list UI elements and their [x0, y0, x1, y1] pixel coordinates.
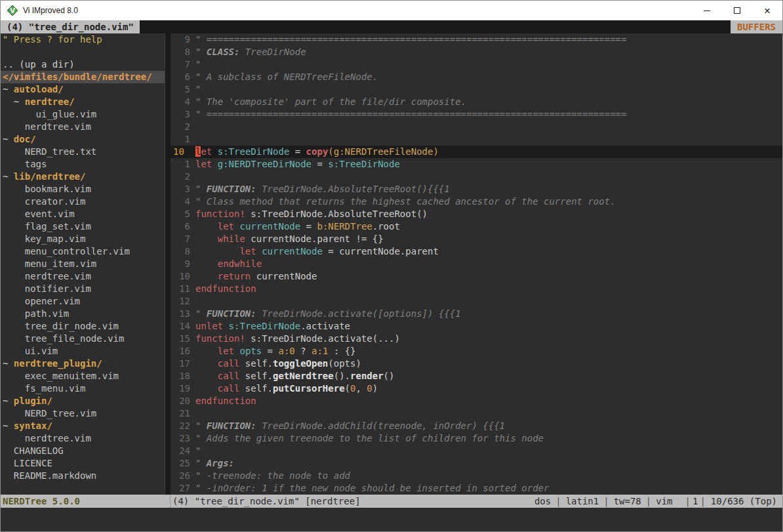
code-line[interactable]: 17 call self.toggleOpen(opts): [171, 358, 782, 370]
code-line[interactable]: 23" Adds the given treenode to the list …: [171, 432, 782, 445]
nerdtree-item[interactable]: bookmark.vim: [1, 183, 165, 195]
close-button[interactable]: ×: [752, 1, 782, 20]
nerdtree-item[interactable]: notifier.vim: [1, 283, 165, 295]
line-number: 5: [171, 83, 190, 96]
line-number: 18: [171, 370, 190, 382]
line-number: 2: [171, 121, 190, 133]
nerdtree-item[interactable]: CHANGELOG: [1, 445, 165, 457]
code-line[interactable]: 25" Args:: [171, 457, 782, 470]
line-number: 2: [171, 171, 190, 183]
nerdtree-item[interactable]: " Press ? for help: [1, 33, 165, 46]
code-line[interactable]: 1: [171, 133, 782, 146]
nerdtree-root[interactable]: </vimfiles/bundle/nerdtree/: [1, 71, 165, 83]
nerdtree-item[interactable]: NERD_tree.vim: [1, 407, 165, 420]
nerdtree-item[interactable]: README.markdown: [1, 470, 165, 482]
nerdtree-item[interactable]: ui_glue.vim: [1, 108, 165, 121]
command-line[interactable]: [1, 508, 782, 531]
nerdtree-item[interactable]: LICENCE: [1, 457, 165, 470]
nerdtree-item[interactable]: NERD_tree.txt: [1, 146, 165, 158]
code-line[interactable]: 8" CLASS: TreeDirNode: [171, 46, 782, 58]
maximize-icon: [734, 7, 740, 14]
nerdtree-item[interactable]: menu_item.vim: [1, 258, 165, 270]
code-line[interactable]: 16 let opts = a:0 ? a:1 : {}: [171, 345, 782, 358]
statusline-separator: |: [555, 495, 561, 508]
code-line[interactable]: 13" FUNCTION: TreeDirNode.activate([opti…: [171, 308, 782, 320]
line-number: 24: [171, 445, 190, 457]
line-number: 12: [171, 295, 190, 308]
nerdtree-item[interactable]: exec_menuitem.vim: [1, 370, 165, 382]
code-line[interactable]: 4" The 'composite' part of the file/dir …: [171, 96, 782, 108]
tabline: (4) "tree_dir_node.vim" BUFFERS: [1, 20, 782, 33]
line-number: 19: [171, 382, 190, 395]
line-number: 25: [171, 457, 190, 470]
nerdtree-item[interactable]: menu_controller.vim: [1, 245, 165, 258]
nerdtree-item[interactable]: tags: [1, 158, 165, 171]
code-line[interactable]: 6" A subclass of NERDTreeFileNode.: [171, 71, 782, 83]
nerdtree-item[interactable]: key_map.vim: [1, 233, 165, 245]
code-line[interactable]: 2: [171, 171, 782, 183]
code-line[interactable]: 10let s:TreeDirNode = copy(g:NERDTreeFil…: [171, 146, 782, 158]
code-line[interactable]: 1let g:NERDTreeDirNode = s:TreeDirNode: [171, 158, 782, 171]
code-line[interactable]: 7 while currentNode.parent != {}: [171, 233, 782, 245]
code-line[interactable]: 4" Class method that returns the highest…: [171, 195, 782, 208]
nerdtree-item[interactable]: fs_menu.vim: [1, 382, 165, 395]
nerdtree-item[interactable]: ~ nerdtree_plugin/: [1, 358, 165, 370]
nerdtree-panel[interactable]: " Press ? for help.. (up a dir)</vimfile…: [1, 33, 165, 495]
minimize-icon: [704, 10, 710, 11]
maximize-button[interactable]: [722, 1, 752, 20]
code-line[interactable]: 2: [171, 121, 782, 133]
editor-panel[interactable]: 9" =====================================…: [171, 33, 782, 495]
minimize-button[interactable]: [692, 1, 722, 20]
code-line[interactable]: 15function! s:TreeDirNode.activate(...): [171, 333, 782, 345]
nerdtree-item[interactable]: ~ lib/nerdtree/: [1, 171, 165, 183]
nerdtree-item[interactable]: .. (up a dir): [1, 58, 165, 71]
code-line[interactable]: 24": [171, 445, 782, 457]
code-line[interactable]: 9" =====================================…: [171, 33, 782, 46]
nerdtree-item[interactable]: ~ plugin/: [1, 395, 165, 407]
nerdtree-item[interactable]: event.vim: [1, 208, 165, 220]
nerdtree-item[interactable]: nerdtree.vim: [1, 121, 165, 133]
line-number: 9: [171, 258, 190, 270]
code-line[interactable]: 14unlet s:TreeDirNode.activate: [171, 320, 782, 333]
nerdtree-item[interactable]: tree_dir_node.vim: [1, 320, 165, 333]
nerdtree-item[interactable]: nerdtree.vim: [1, 432, 165, 445]
code-line[interactable]: 9 endwhile: [171, 258, 782, 270]
code-line[interactable]: 3" FUNCTION: TreeDirNode.AbsoluteTreeRoo…: [171, 183, 782, 195]
nerdtree-item[interactable]: opener.vim: [1, 295, 165, 308]
nerdtree-item[interactable]: creator.vim: [1, 195, 165, 208]
line-number: 22: [171, 420, 190, 432]
window-split-handle[interactable]: [165, 33, 171, 495]
code-line[interactable]: 19 call self.putCursorHere(0, 0): [171, 382, 782, 395]
code-line[interactable]: 12: [171, 295, 782, 308]
line-number: 8: [171, 245, 190, 258]
code-line[interactable]: 6 let currentNode = b:NERDTree.root: [171, 220, 782, 233]
nerdtree-item[interactable]: [1, 46, 165, 58]
statusline-right: dos | latin1 | tw=78 | vim | 1 | 10/636 …: [534, 495, 782, 508]
nerdtree-item[interactable]: ui.vim: [1, 345, 165, 358]
code-line[interactable]: 11endfunction: [171, 283, 782, 295]
nerdtree-item[interactable]: ~ syntax/: [1, 420, 165, 432]
nerdtree-item[interactable]: nerdtree.vim: [1, 270, 165, 283]
code-line[interactable]: 3" =====================================…: [171, 108, 782, 121]
nerdtree-item[interactable]: ~ doc/: [1, 133, 165, 146]
tabline-fill: [140, 20, 731, 33]
code-line[interactable]: 22" FUNCTION: TreeDirNode.addChild(treen…: [171, 420, 782, 432]
code-line[interactable]: 8 let currentNode = currentNode.parent: [171, 245, 782, 258]
nerdtree-item[interactable]: path.vim: [1, 308, 165, 320]
code-line[interactable]: 10 return currentNode: [171, 270, 782, 283]
tab-active-buffer[interactable]: (4) "tree_dir_node.vim": [1, 20, 140, 33]
code-line[interactable]: 7": [171, 58, 782, 71]
code-line[interactable]: 5function! s:TreeDirNode.AbsoluteTreeRoo…: [171, 208, 782, 220]
line-number: 3: [171, 183, 190, 195]
nerdtree-item[interactable]: flag_set.vim: [1, 220, 165, 233]
nerdtree-item[interactable]: tree_file_node.vim: [1, 333, 165, 345]
code-line[interactable]: 18 call self.getNerdtree().render(): [171, 370, 782, 382]
nerdtree-item[interactable]: ~ nerdtree/: [1, 96, 165, 108]
code-line[interactable]: 5": [171, 83, 782, 96]
code-line[interactable]: 27" -inOrder: 1 if the new node should b…: [171, 482, 782, 495]
code-line[interactable]: 20endfunction: [171, 395, 782, 407]
statusline-gap: [673, 495, 683, 508]
code-line[interactable]: 26" -treenode: the node to add: [171, 470, 782, 482]
nerdtree-item[interactable]: ~ autoload/: [1, 83, 165, 96]
code-line[interactable]: 21: [171, 407, 782, 420]
